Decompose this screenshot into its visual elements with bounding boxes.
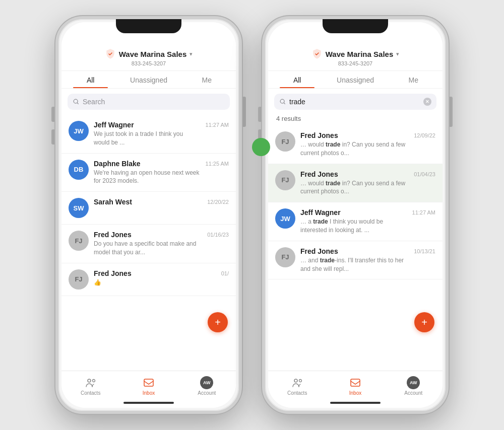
search-bar[interactable]: trade ✕ [274, 94, 436, 110]
avatar: SW [69, 198, 89, 218]
tab-me[interactable]: Me [385, 71, 443, 88]
account-label: Account [198, 390, 216, 396]
list-item[interactable]: SW Sarah West 12/20/22 [61, 192, 236, 225]
message-time: 01/ [221, 270, 229, 276]
avatar: DB [69, 160, 89, 180]
avatar: JW [69, 121, 89, 141]
list-item[interactable]: FJ Fred Jones … and trade-ins. I'll tran… [268, 241, 443, 280]
brand-chevron[interactable]: ▾ [190, 51, 193, 57]
message-time: 01/16/23 [207, 232, 229, 238]
search-clear-button[interactable]: ✕ [423, 98, 431, 106]
svg-rect-3 [144, 379, 153, 386]
avatar: FJ [69, 269, 89, 290]
brand-name: Wave Marina Sales [119, 50, 187, 58]
list-item[interactable]: DB Daphne Blake We're having an open hou… [61, 154, 236, 192]
avatar: FJ [275, 247, 295, 267]
account-icon: AW [407, 376, 420, 389]
svg-rect-7 [351, 379, 360, 386]
home-indicator [330, 402, 381, 404]
account-label: Account [404, 390, 422, 396]
tab-me[interactable]: Me [178, 71, 236, 88]
list-item[interactable]: FJ Fred Jones Do you have a specific boa… [61, 225, 236, 263]
nav-inbox[interactable]: Inbox [326, 374, 384, 398]
avatar: FJ [69, 231, 89, 251]
inbox-label: Inbox [143, 390, 155, 396]
contacts-label: Contacts [287, 390, 307, 396]
message-time: 11:25 AM [206, 161, 229, 167]
volume-up-button[interactable] [51, 107, 54, 122]
nav-inbox[interactable]: Inbox [119, 374, 177, 398]
message-preview: We're having an open house next week for… [94, 169, 201, 186]
avatar: JW [275, 208, 295, 229]
svg-point-6 [299, 380, 301, 382]
phone-left: Wave Marina Sales ▾ 833-245-3207 All Una… [55, 16, 242, 414]
message-preview: Do you have a specific boat make and mod… [94, 240, 202, 257]
message-preview: 👍 [94, 278, 216, 287]
volume-up-button[interactable] [258, 107, 261, 122]
inbox-icon [142, 376, 155, 389]
conv-body: Fred Jones … and trade-ins. I'll transfe… [300, 247, 409, 273]
brand-row: Wave Marina Sales ▾ [105, 48, 193, 59]
svg-point-2 [92, 380, 95, 382]
avatar: FJ [275, 170, 295, 190]
account-icon: AW [200, 376, 213, 389]
tab-all[interactable]: All [268, 71, 326, 88]
tab-unassigned[interactable]: Unassigned [326, 71, 384, 88]
conversation-list: JW Jeff Wagner We just took in a trade I… [61, 115, 236, 371]
list-item[interactable]: JW Jeff Wagner … a trade I think you wou… [268, 202, 443, 241]
tab-all[interactable]: All [61, 71, 119, 88]
conv-body: Fred Jones 👍 [94, 269, 216, 287]
tab-unassigned[interactable]: Unassigned [119, 71, 177, 88]
svg-point-5 [294, 379, 297, 382]
brand-name: Wave Marina Sales [326, 50, 394, 58]
contact-name: Sarah West [94, 198, 202, 206]
conv-body: Fred Jones Do you have a specific boat m… [94, 231, 202, 257]
results-count: 4 results [268, 115, 443, 125]
message-time: 12/09/22 [414, 132, 435, 138]
nav-contacts[interactable]: Contacts [268, 374, 326, 398]
nav-account[interactable]: AW Account [178, 374, 236, 398]
svg-point-1 [88, 379, 91, 382]
shield-icon [105, 48, 116, 59]
conv-body: Jeff Wagner We just took in a trade I th… [94, 121, 201, 147]
home-indicator [123, 402, 174, 404]
contact-name: Daphne Blake [94, 160, 201, 168]
list-item[interactable]: FJ Fred Jones … would trade in? Can you … [268, 125, 443, 164]
search-icon [73, 98, 80, 105]
notch [323, 19, 388, 33]
notch [116, 19, 181, 33]
power-button[interactable] [243, 97, 246, 127]
contact-name: Jeff Wagner [94, 121, 201, 129]
conv-body: Daphne Blake We're having an open house … [94, 160, 201, 186]
message-preview: … and trade-ins. I'll transfer this to h… [300, 256, 409, 273]
message-time: 01/04/23 [414, 171, 435, 177]
message-preview: … would trade in? Can you send a few cur… [300, 140, 409, 158]
search-input[interactable]: trade [289, 98, 420, 106]
brand-chevron[interactable]: ▾ [396, 51, 399, 57]
green-status-dot [252, 138, 270, 156]
nav-account[interactable]: AW Account [385, 374, 443, 398]
inbox-icon [349, 376, 362, 389]
list-item[interactable]: FJ Fred Jones 👍 01/ [61, 263, 236, 296]
power-button[interactable] [450, 97, 453, 127]
message-time: 11:27 AM [412, 209, 435, 216]
phone-right: Wave Marina Sales ▾ 833-245-3207 All Una… [262, 16, 449, 414]
tabs: All Unassigned Me [268, 70, 443, 88]
nav-contacts[interactable]: Contacts [61, 374, 119, 398]
search-input[interactable]: Search [83, 98, 225, 106]
message-time: 10/13/21 [414, 248, 435, 254]
message-preview: … a trade I think you would be intereste… [300, 218, 407, 235]
list-item[interactable]: JW Jeff Wagner We just took in a trade I… [61, 115, 236, 154]
contact-name: Jeff Wagner [300, 208, 407, 217]
contacts-icon [291, 376, 304, 389]
search-results-list: FJ Fred Jones … would trade in? Can you … [268, 125, 443, 371]
volume-down-button[interactable] [51, 129, 54, 145]
avatar: FJ [275, 131, 295, 152]
contact-name: Fred Jones [300, 131, 409, 139]
compose-button[interactable]: + [208, 312, 228, 332]
compose-button[interactable]: + [414, 312, 434, 332]
message-time: 12/20/22 [207, 199, 229, 205]
inbox-label: Inbox [349, 390, 361, 396]
search-bar[interactable]: Search [68, 94, 230, 110]
list-item[interactable]: FJ Fred Jones … would trade in? Can you … [268, 164, 443, 203]
